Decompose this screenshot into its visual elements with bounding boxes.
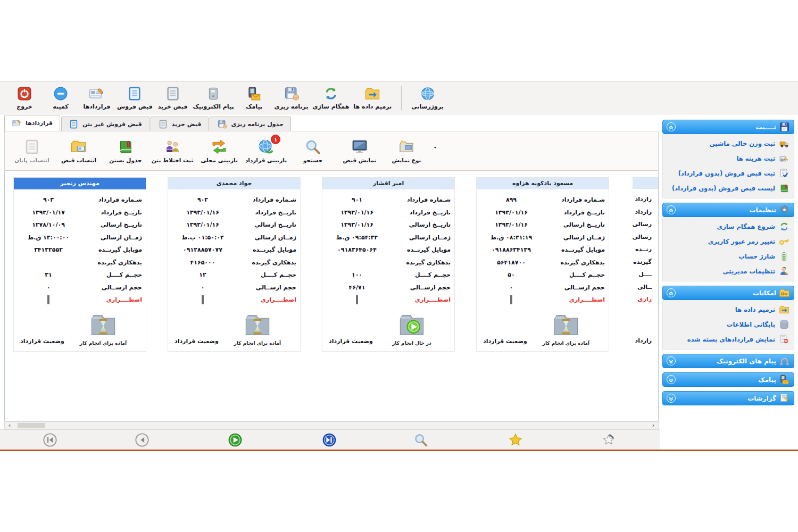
sidebar-item-change-password[interactable]: تغییر رمز عبور کاربری	[667, 234, 789, 249]
tab-contracts[interactable]: قراردادها	[4, 115, 60, 131]
sidebar-item-data-archive[interactable]: بایگانی اطلاعات	[667, 317, 789, 332]
field-label: موبایل گیرنــده	[542, 246, 605, 253]
contract-review-button[interactable]: ۱بازبینی قرارداد	[243, 133, 289, 169]
tab-purchase-bill[interactable]: قبض خرید	[151, 117, 209, 131]
field-label: تاریــخ ارسالی	[234, 221, 296, 228]
horizontal-scrollbar[interactable]: ‹ ›	[4, 421, 659, 429]
sidebar: ثــــبتثبت وزن خالی ماشینثبت هزینه هاثبت…	[662, 115, 794, 405]
planning-toolbar-button[interactable]: برنامه ریزی	[275, 82, 309, 113]
contract-card-header[interactable]: امیر افشار	[322, 178, 454, 189]
doc-gray-icon	[165, 86, 181, 102]
sidebar-panel-sms[interactable]: پیامک	[662, 372, 794, 387]
emergency-checkbox[interactable]	[510, 295, 512, 304]
tab-planning-table[interactable]: جدول برنامه ریزی	[210, 117, 290, 131]
data-repair-toolbar-button[interactable]: ترمیم داده ها	[353, 82, 392, 113]
sidebar-item-empty-weight-register[interactable]: ثبت وزن خالی ماشین	[667, 136, 789, 151]
purchase-bill-toolbar-button[interactable]: قبض خرید	[157, 82, 189, 113]
local-review-button[interactable]: بازبینی محلی	[196, 133, 242, 169]
update-toolbar-button[interactable]: بروزرسانی	[411, 82, 444, 113]
sidebar-item-admin-settings[interactable]: تنظیمات مدیریتی	[667, 264, 789, 279]
field-value: ۵۰	[480, 271, 542, 278]
field-label: تاریــخ قرارداد	[234, 209, 296, 216]
nav-previous-button[interactable]	[135, 433, 149, 449]
contract-card-header[interactable]: مسعود بادکوبه هزاوه	[477, 178, 609, 189]
assign-bill-button[interactable]: انتساب قبض	[56, 133, 102, 169]
emergency-checkbox[interactable]	[202, 295, 204, 304]
scroll-left-arrow[interactable]: ‹	[5, 422, 14, 429]
sidebar-item-data-repair[interactable]: ترمیم داده ها	[667, 302, 789, 317]
sidebar-item-charge-account[interactable]: شارژ حساب	[667, 249, 789, 264]
concrete-mix-register-button[interactable]: ثبت اختلاط بتن	[149, 133, 195, 169]
nav-next-button[interactable]	[228, 433, 243, 449]
emergency-checkbox[interactable]	[47, 295, 49, 304]
field-row: ۱۳۹۳/۰۱/۱۶تاریــخ ارسالی	[172, 219, 296, 231]
nav-first-icon	[43, 433, 57, 447]
field-row: ۳۱حجــم کــــل	[18, 269, 142, 281]
field-value: ۱۲:۰۰:۰۰ ق.ظ	[18, 234, 79, 241]
sidebar-item-label: نمایش قراردادهای بسته شده	[687, 336, 775, 343]
sidebar-item-start-sync[interactable]: شروع همگام سازی	[667, 219, 789, 234]
assign-end-button[interactable]: انتساب پایان	[9, 133, 55, 169]
show-bill-button[interactable]: نمایش قبض	[337, 133, 383, 169]
view-type-dropdown-caret[interactable]	[433, 142, 438, 152]
toolbar-button-label: ترمیم داده ها	[353, 103, 392, 110]
sidebar-panel-body: ترمیم داده هابایگانی اطلاعاتنمایش قراردا…	[662, 300, 794, 350]
sidebar-item-closed-contracts[interactable]: نمایش قراردادهای بسته شده	[667, 332, 789, 347]
bottom-nav-bar	[0, 429, 660, 450]
field-row: ۱۲حجــم کــــل	[172, 269, 296, 281]
phone-device-icon	[205, 86, 221, 102]
toolbar-button-label: برنامه ریزی	[275, 103, 309, 110]
minimize-toolbar-button[interactable]: کمینه	[45, 82, 77, 113]
field-row: ۱۳۹۳/۰۱/۱۶تاریــخ ارسالی	[326, 219, 451, 231]
field-label: بدهکاری گیرنده	[79, 259, 142, 266]
close-table-button[interactable]: جدول بستن	[103, 133, 148, 169]
tab-label: جدول برنامه ریزی	[231, 121, 283, 128]
contracts-toolbar-button[interactable]: قراردادها	[81, 82, 113, 113]
sidebar-panel-electronic-messages[interactable]: پیام های الکترونیک	[662, 354, 794, 368]
contract-card-header[interactable]: جواد محمدی	[168, 178, 300, 189]
sidebar-panel-settings[interactable]: تنظیمات	[662, 203, 794, 217]
green-book-icon	[117, 138, 134, 155]
sidebar-item-costs-register[interactable]: ثبت هزینه ها	[667, 151, 789, 166]
sidebar-item-label: تغییر رمز عبور کاربری	[708, 238, 775, 245]
field-row: ۴۱۶۵۰۰۰بدهکاری گیرنده	[172, 256, 296, 269]
emergency-row: اضطــــراری	[480, 294, 605, 306]
tab-non-concrete-sale-bill[interactable]: قبض فروش غیر بتن	[61, 117, 149, 131]
field-label: حجــم کــــل	[542, 271, 605, 278]
field-row: ۱۳۹۳/۰۱/۱۷تاریــخ قرارداد	[18, 206, 142, 219]
contract-card-header[interactable]	[633, 177, 659, 189]
sidebar-item-sale-bill-list-no-contract[interactable]: لیست قبض فروش (بدون قرارداد)	[667, 181, 789, 196]
field-label-fragment: رارداد	[617, 193, 652, 206]
sale-bill-toolbar-button[interactable]: قبض فروش	[117, 82, 153, 113]
search-button[interactable]: جستجو	[290, 133, 336, 169]
electronic-message-toolbar-button[interactable]: پیام الکترونیک	[193, 82, 234, 113]
nav-favorite-button[interactable]	[508, 433, 523, 449]
nav-last-icon	[322, 433, 337, 447]
nav-last-button[interactable]	[322, 433, 337, 449]
scrollbar-thumb[interactable]	[18, 423, 45, 428]
sidebar-item-sale-bill-no-contract[interactable]: ثبت قبض فروش (بدون قرارداد)	[667, 166, 789, 181]
view-type-button[interactable]: نوع نمایش	[384, 133, 429, 169]
sms-toolbar-button[interactable]: پیامک	[238, 82, 270, 113]
field-label: تاریــخ ارسالی	[79, 221, 142, 228]
nav-first-button[interactable]	[43, 433, 57, 449]
status-label: وضعیت قرارداد	[483, 338, 527, 346]
synchronize-toolbar-button[interactable]: همگام سازی	[313, 82, 350, 113]
field-value: ۹۰۳	[18, 196, 79, 203]
nav-favorite-edit-button[interactable]	[601, 433, 616, 449]
field-row: ۱۳۹۳/۰۱/۱۶تاریــخ ارسالی	[480, 219, 605, 231]
exit-toolbar-button[interactable]: خروج	[9, 82, 40, 113]
contract-icon	[89, 86, 105, 102]
chev-up-icon	[668, 206, 675, 213]
sidebar-panel-reports[interactable]: گزارشات	[662, 391, 794, 405]
contract-card-header[interactable]: مهندس رنجبر	[14, 178, 146, 189]
nav-search-button[interactable]	[413, 433, 428, 449]
sidebar-panel-register[interactable]: ثــــبت	[662, 120, 794, 134]
tab-bar: قراردادهاقبض فروش غیر بتنقبض خریدجدول بر…	[4, 115, 660, 131]
scroll-right-arrow[interactable]: ›	[649, 422, 658, 429]
sidebar-panel-features[interactable]: امکانات	[662, 286, 794, 300]
toolbar-button-label: انتساب پایان	[14, 157, 49, 163]
battery-icon	[779, 251, 789, 262]
emergency-checkbox[interactable]	[356, 295, 358, 304]
field-value: ۹۰۱	[326, 196, 388, 203]
